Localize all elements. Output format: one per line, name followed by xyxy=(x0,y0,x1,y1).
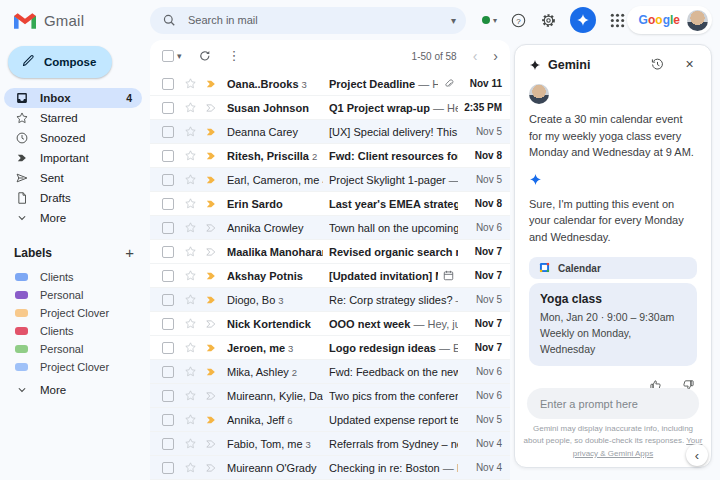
importance-marker-icon[interactable] xyxy=(204,77,218,91)
star-icon[interactable] xyxy=(184,437,197,450)
apps-grid-icon[interactable] xyxy=(609,12,626,29)
add-label-button[interactable]: + xyxy=(125,248,134,258)
email-row[interactable]: Fabio, Tom, me3 Referrals from Sydney – … xyxy=(150,432,510,456)
importance-marker-icon[interactable] xyxy=(204,317,218,331)
profile-avatar[interactable] xyxy=(687,10,708,31)
row-checkbox[interactable] xyxy=(162,390,174,402)
email-row[interactable]: Susan Johnson Q1 Project wrap-up — Hey A… xyxy=(150,96,510,120)
email-row[interactable]: Muireann O'Grady Checking in re: Boston … xyxy=(150,456,510,480)
history-icon[interactable] xyxy=(650,57,665,72)
search-icon[interactable] xyxy=(162,13,176,27)
email-row[interactable]: Nick Kortendick OOO next week — Hey, jus… xyxy=(150,312,510,336)
row-checkbox[interactable] xyxy=(162,246,174,258)
sidebar-item-inbox[interactable]: Inbox 4 xyxy=(4,88,142,108)
star-icon[interactable] xyxy=(184,173,197,186)
importance-marker-icon[interactable] xyxy=(204,101,218,115)
sidebar-item-more[interactable]: More xyxy=(4,208,142,228)
sidebar-labels-more[interactable]: More xyxy=(4,380,142,400)
sidebar-item-drafts[interactable]: Drafts xyxy=(4,188,142,208)
email-row[interactable]: Diogo, Bo3 Re: Corp strategy slides? — A… xyxy=(150,288,510,312)
row-checkbox[interactable] xyxy=(162,222,174,234)
more-options-icon[interactable]: ⋮ xyxy=(228,49,238,63)
star-icon[interactable] xyxy=(184,245,197,258)
select-caret-icon[interactable]: ▾ xyxy=(177,51,182,61)
email-row[interactable]: Akshay Potnis [Updated invitation] Midwe… xyxy=(150,264,510,288)
importance-marker-icon[interactable] xyxy=(204,269,218,283)
star-icon[interactable] xyxy=(184,293,197,306)
importance-marker-icon[interactable] xyxy=(204,197,218,211)
settings-gear-icon[interactable] xyxy=(540,12,557,29)
prompt-input[interactable]: Enter a prompt here xyxy=(527,388,699,419)
email-row[interactable]: Muireann, Kylie, David Two pics from the… xyxy=(150,384,510,408)
row-checkbox[interactable] xyxy=(162,78,174,90)
row-checkbox[interactable] xyxy=(162,198,174,210)
star-icon[interactable] xyxy=(184,125,197,138)
star-icon[interactable] xyxy=(184,221,197,234)
calendar-event-card[interactable]: Yoga class Mon, Jan 20 · 9:00 – 9:30am W… xyxy=(529,283,697,366)
importance-marker-icon[interactable] xyxy=(204,365,218,379)
sidebar-item-sent[interactable]: Sent xyxy=(4,168,142,188)
email-row[interactable]: Mika, Ashley2 Fwd: Feedback on the new s… xyxy=(150,360,510,384)
row-checkbox[interactable] xyxy=(162,126,174,138)
star-icon[interactable] xyxy=(184,389,197,402)
refresh-icon[interactable] xyxy=(198,49,212,63)
gmail-logo[interactable]: Gmail xyxy=(0,12,150,29)
importance-marker-icon[interactable] xyxy=(204,293,218,307)
importance-marker-icon[interactable] xyxy=(204,341,218,355)
star-icon[interactable] xyxy=(184,149,197,162)
star-icon[interactable] xyxy=(184,77,197,90)
sidebar-label-item[interactable]: Project Clover xyxy=(0,358,150,376)
newer-page-button[interactable]: ‹ xyxy=(473,49,478,63)
email-row[interactable]: Erin Sardo Last year's EMEA strategy dec… xyxy=(150,192,510,216)
star-icon[interactable] xyxy=(184,101,197,114)
importance-marker-icon[interactable] xyxy=(204,173,218,187)
select-all-checkbox[interactable] xyxy=(162,50,174,62)
sidebar-label-item[interactable]: Project Clover xyxy=(0,304,150,322)
sidebar-item-starred[interactable]: Starred xyxy=(4,108,142,128)
importance-marker-icon[interactable] xyxy=(204,413,218,427)
row-checkbox[interactable] xyxy=(162,462,174,474)
sidebar-label-item[interactable]: Clients xyxy=(0,322,150,340)
importance-marker-icon[interactable] xyxy=(204,221,218,235)
star-icon[interactable] xyxy=(184,269,197,282)
sidebar-item-important[interactable]: Important xyxy=(4,148,142,168)
search-bar[interactable]: ▾ xyxy=(150,7,466,34)
importance-marker-icon[interactable] xyxy=(204,461,218,475)
row-checkbox[interactable] xyxy=(162,294,174,306)
sidebar-label-item[interactable]: Personal xyxy=(0,340,150,358)
search-options-caret-icon[interactable]: ▾ xyxy=(451,15,456,26)
compose-button[interactable]: Compose xyxy=(8,46,112,78)
star-icon[interactable] xyxy=(184,197,197,210)
email-row[interactable]: Annika Crowley Town hall on the upcoming… xyxy=(150,216,510,240)
close-panel-icon[interactable]: × xyxy=(682,57,697,72)
importance-marker-icon[interactable] xyxy=(204,389,218,403)
row-checkbox[interactable] xyxy=(162,342,174,354)
search-input[interactable] xyxy=(186,13,451,27)
email-row[interactable]: Annika, Jeff6 Updated expense report tem… xyxy=(150,408,510,432)
row-checkbox[interactable] xyxy=(162,438,174,450)
gemini-button[interactable] xyxy=(570,7,596,33)
row-checkbox[interactable] xyxy=(162,174,174,186)
email-row[interactable]: Jeroen, me3 Logo redesign ideas — Excell… xyxy=(150,336,510,360)
help-icon[interactable]: ? xyxy=(510,12,527,29)
importance-marker-icon[interactable] xyxy=(204,149,218,163)
row-checkbox[interactable] xyxy=(162,150,174,162)
row-checkbox[interactable] xyxy=(162,318,174,330)
calendar-chip[interactable]: Calendar xyxy=(529,257,697,279)
importance-marker-icon[interactable] xyxy=(204,437,218,451)
star-icon[interactable] xyxy=(184,341,197,354)
email-row[interactable]: Ritesh, Priscilla2 Fwd: Client resources… xyxy=(150,144,510,168)
google-account-pill[interactable]: Google xyxy=(627,6,712,34)
importance-marker-icon[interactable] xyxy=(204,245,218,259)
email-row[interactable]: Maalika Manoharan Revised organic search… xyxy=(150,240,510,264)
older-page-button[interactable]: › xyxy=(493,49,498,63)
sidebar-label-item[interactable]: Personal xyxy=(0,286,150,304)
chat-status-control[interactable]: ▾ xyxy=(482,16,497,25)
star-icon[interactable] xyxy=(184,317,197,330)
email-row[interactable]: Deanna Carey [UX] Special delivery! This… xyxy=(150,120,510,144)
sidebar-label-item[interactable]: Clients xyxy=(0,268,150,286)
email-row[interactable]: Earl, Cameron, me4 Project Skylight 1-pa… xyxy=(150,168,510,192)
star-icon[interactable] xyxy=(184,365,197,378)
sidebar-item-snoozed[interactable]: Snoozed xyxy=(4,128,142,148)
collapse-panel-button[interactable]: ‹ xyxy=(686,444,708,466)
